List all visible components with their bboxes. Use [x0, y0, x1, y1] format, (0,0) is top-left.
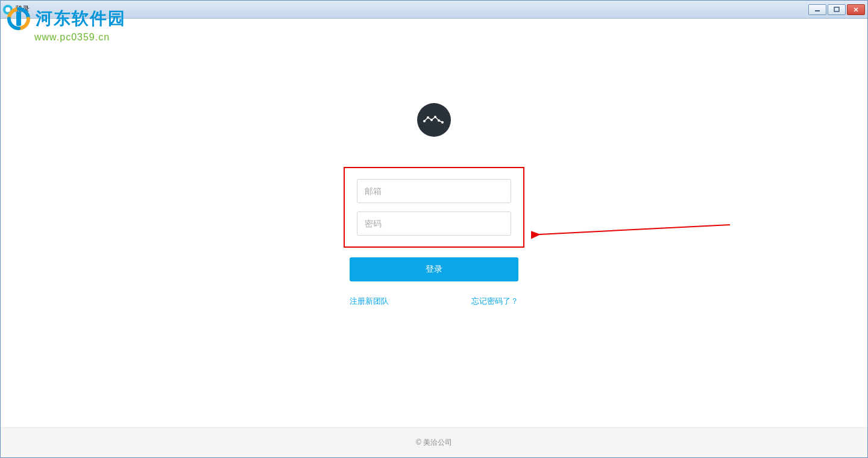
footer: © 美洽公司: [1, 427, 867, 457]
maximize-icon: [833, 7, 840, 13]
close-button[interactable]: [847, 4, 865, 15]
svg-rect-1: [834, 7, 839, 11]
login-button[interactable]: 登录: [350, 257, 518, 281]
app-logo: [417, 103, 451, 137]
email-field[interactable]: [357, 179, 511, 203]
register-link[interactable]: 注册新团队: [350, 296, 389, 307]
input-highlight-box: [344, 167, 524, 248]
content-area: 登录 注册新团队 忘记密码了？ © 美洽公司: [1, 19, 867, 457]
maximize-button[interactable]: [828, 4, 846, 15]
login-container: 登录 注册新团队 忘记密码了？: [344, 103, 524, 307]
chain-icon: [422, 114, 446, 126]
close-icon: [852, 7, 860, 13]
titlebar: 登录: [1, 1, 867, 19]
window-frame: 登录: [0, 0, 868, 458]
window-controls: [808, 4, 865, 15]
forgot-password-link[interactable]: 忘记密码了？: [471, 296, 518, 307]
minimize-button[interactable]: [808, 4, 826, 15]
titlebar-left: 登录: [3, 4, 30, 14]
app-icon: [3, 5, 13, 14]
window-title: 登录: [15, 4, 30, 14]
links-row: 注册新团队 忘记密码了？: [350, 296, 518, 307]
svg-line-10: [539, 225, 730, 234]
copyright-text: © 美洽公司: [416, 438, 452, 448]
password-field[interactable]: [357, 212, 511, 236]
annotation-arrow-icon: [531, 221, 736, 245]
minimize-icon: [814, 7, 821, 13]
svg-rect-0: [815, 10, 820, 11]
